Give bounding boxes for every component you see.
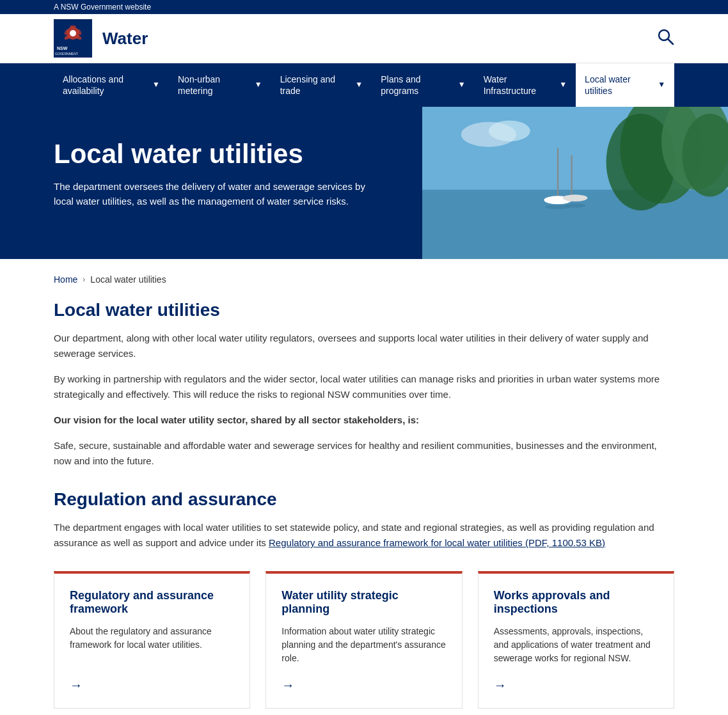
nav-item-metering[interactable]: Non-urban metering ▼ <box>169 63 271 107</box>
breadcrumb-separator: › <box>83 275 85 284</box>
site-header: NSW GOVERNMENT Water <box>0 14 728 63</box>
nav-item-allocations[interactable]: Allocations and availability ▼ <box>54 63 169 107</box>
nav-item-infrastructure[interactable]: Water Infrastructure ▼ <box>475 63 576 107</box>
main-paragraph-1: Our department, along with other local w… <box>54 331 674 361</box>
card-arrow-works[interactable]: → <box>494 678 658 693</box>
nav-label-utilities: Local water utilities <box>585 74 654 97</box>
gov-banner: A NSW Government website <box>0 0 728 14</box>
hero-title: Local water utilities <box>54 139 368 169</box>
nav-label-infrastructure: Water Infrastructure <box>484 74 556 97</box>
svg-line-11 <box>668 39 673 44</box>
main-section-title: Local water utilities <box>54 300 674 320</box>
search-icon <box>656 28 674 45</box>
nav-item-plans[interactable]: Plans and programs ▼ <box>372 63 474 107</box>
breadcrumb-home-link[interactable]: Home <box>54 274 77 285</box>
card-arrow-strategic[interactable]: → <box>281 678 446 693</box>
gov-banner-text: A NSW Government website <box>54 3 151 12</box>
svg-point-21 <box>563 195 588 202</box>
card-works: Works approvals and inspections Assessme… <box>478 571 674 709</box>
hero-content: Local water utilities The department ove… <box>0 107 422 259</box>
search-button[interactable] <box>656 28 674 49</box>
hero-section: Local water utilities The department ove… <box>0 107 728 259</box>
site-title: Water <box>102 29 148 49</box>
nav-label-licensing: Licensing and trade <box>280 74 352 97</box>
nav-item-utilities[interactable]: Local water utilities ▼ <box>576 63 674 107</box>
nav-label-metering: Non-urban metering <box>178 74 251 97</box>
card-strategic: Water utility strategic planning Informa… <box>265 571 462 709</box>
svg-point-7 <box>70 30 76 36</box>
card-title-regulatory: Regulatory and assurance framework <box>70 589 234 616</box>
vision-label: Our vision for the local water utility s… <box>54 412 674 428</box>
nav-label-plans: Plans and programs <box>381 74 454 97</box>
breadcrumb: Home › Local water utilities <box>54 259 674 300</box>
hero-image <box>422 107 728 259</box>
card-regulatory: Regulatory and assurance framework About… <box>54 571 250 709</box>
nsw-logo: NSW GOVERNMENT <box>54 19 92 58</box>
svg-text:NSW: NSW <box>57 46 68 51</box>
svg-point-6 <box>70 26 76 29</box>
card-text-regulatory: About the regulatory and assurance frame… <box>70 625 234 665</box>
regulation-text: The department engages with local water … <box>54 520 674 551</box>
main-paragraph-2: By working in partnership with regulator… <box>54 372 674 402</box>
card-title-strategic: Water utility strategic planning <box>281 589 446 616</box>
svg-point-25 <box>489 121 530 141</box>
main-nav: Allocations and availability ▼ Non-urban… <box>0 63 728 107</box>
logo-area: NSW GOVERNMENT Water <box>54 19 148 58</box>
vision-text: Safe, secure, sustainable and affordable… <box>54 438 674 469</box>
local-utilities-section: Local water utilities Our department, al… <box>54 300 674 469</box>
regulation-title: Regulation and assurance <box>54 489 674 510</box>
card-text-works: Assessments, approvals, inspections, and… <box>494 625 658 665</box>
chevron-down-icon-metering: ▼ <box>255 80 262 90</box>
hero-description: The department oversees the delivery of … <box>54 180 368 208</box>
svg-point-23 <box>565 204 585 208</box>
card-title-works: Works approvals and inspections <box>494 589 658 616</box>
card-text-strategic: Information about water utility strategi… <box>281 625 446 665</box>
cards-grid: Regulatory and assurance framework About… <box>54 571 674 709</box>
svg-text:GOVERNMENT: GOVERNMENT <box>55 52 78 56</box>
breadcrumb-current: Local water utilities <box>90 274 166 285</box>
chevron-down-icon-plans: ▼ <box>458 80 466 90</box>
chevron-down-icon-utilities: ▼ <box>658 80 665 90</box>
main-content: Home › Local water utilities Local water… <box>0 259 728 715</box>
chevron-down-icon-infrastructure: ▼ <box>559 80 567 90</box>
nav-label-allocations: Allocations and availability <box>63 74 148 97</box>
chevron-down-icon-licensing: ▼ <box>355 80 363 90</box>
nav-item-licensing[interactable]: Licensing and trade ▼ <box>271 63 372 107</box>
regulation-framework-link[interactable]: Regulatory and assurance framework for l… <box>269 537 605 548</box>
chevron-down-icon-allocations: ▼ <box>152 80 160 90</box>
card-arrow-regulatory[interactable]: → <box>70 678 234 693</box>
regulation-section: Regulation and assurance The department … <box>54 489 674 551</box>
